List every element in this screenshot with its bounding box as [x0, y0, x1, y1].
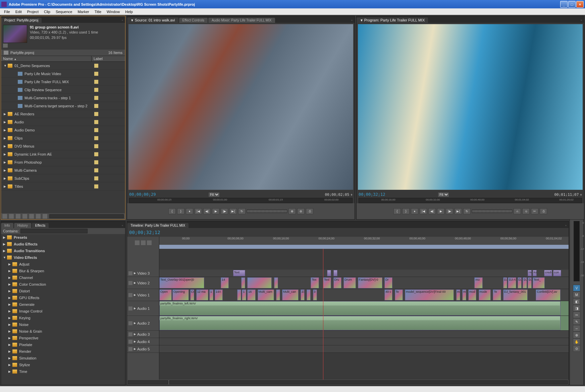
- effects-row[interactable]: ▶Pixelate: [1, 341, 125, 348]
- clip[interactable]: DJ: [523, 277, 527, 288]
- column-name[interactable]: Name ▲: [1, 56, 92, 61]
- step-fwd-button[interactable]: |▶: [221, 208, 228, 214]
- set-in-button[interactable]: {: [168, 208, 176, 214]
- source-zoom-select[interactable]: Fit: [208, 192, 220, 197]
- clip[interactable]: mo: [474, 277, 482, 288]
- clip[interactable]: Cr: [190, 289, 194, 300]
- effects-search-input[interactable]: [20, 229, 88, 233]
- clip[interactable]: mode: [479, 289, 491, 300]
- track[interactable]: [159, 338, 569, 345]
- tool-button[interactable]: ↔: [573, 325, 580, 332]
- tool-button[interactable]: ◧: [573, 298, 580, 305]
- clip[interactable]: partylife_finalmix_left.WAV: [159, 301, 561, 316]
- tool-button[interactable]: ⊕: [573, 332, 580, 338]
- goto-in-button[interactable]: |◀: [195, 208, 202, 214]
- track[interactable]: [159, 345, 569, 353]
- tool-button[interactable]: M: [573, 291, 580, 298]
- icon-view-icon[interactable]: [9, 214, 14, 219]
- tab-history[interactable]: History: [14, 223, 31, 228]
- project-row[interactable]: ▶Titles: [1, 182, 125, 190]
- automate-icon[interactable]: [16, 214, 20, 219]
- clip[interactable]: model_sequence[DV]Final-00: [405, 289, 454, 300]
- project-row[interactable]: Party Life Trailer FULL MIX: [1, 78, 125, 86]
- set-out-button[interactable]: }: [177, 208, 184, 214]
- program-video-display[interactable]: [358, 24, 583, 190]
- menu-project[interactable]: Project: [24, 9, 41, 14]
- track-header[interactable]: ▶Video 3: [127, 270, 159, 277]
- effects-row[interactable]: ▶GPU Effects: [1, 294, 125, 301]
- menu-window[interactable]: Window: [104, 9, 122, 14]
- panel-menu-icon[interactable]: ◦: [349, 17, 355, 23]
- menu-sequence[interactable]: Sequence: [53, 9, 75, 14]
- clip[interactable]: Dr: [384, 277, 392, 288]
- timeline-timecode[interactable]: 00;00;32;12: [129, 230, 160, 235]
- program-time-ruler[interactable]: 00;00;16;0000;00;32;0000;00;48;0000;01;0…: [359, 198, 582, 203]
- play-button[interactable]: ▶: [212, 208, 219, 214]
- clip[interactable]: Texl: [323, 277, 331, 288]
- clip[interactable]: DJ: [518, 277, 522, 288]
- panel-menu-icon[interactable]: ◦: [563, 223, 569, 228]
- encore-icon[interactable]: [147, 240, 152, 245]
- effects-row[interactable]: ▶Noise: [1, 321, 125, 328]
- clip[interactable]: 1: [242, 289, 246, 300]
- clip[interactable]: mo: [462, 289, 466, 300]
- project-row[interactable]: ▶AE Renders: [1, 110, 125, 118]
- clip[interactable]: 12 ma: [196, 289, 209, 300]
- loop-button[interactable]: ↻: [238, 208, 246, 214]
- clip[interactable]: [333, 270, 337, 276]
- menu-file[interactable]: File: [1, 9, 13, 14]
- clip[interactable]: Open: [159, 289, 172, 300]
- project-row[interactable]: Clip Review Sequence: [1, 86, 125, 94]
- new-item-icon[interactable]: [36, 214, 41, 219]
- clip[interactable]: Ho: [528, 270, 532, 276]
- clip[interactable]: 1: [209, 289, 213, 300]
- play-thumb-icon[interactable]: [3, 44, 8, 48]
- effects-row[interactable]: ▶Image Control: [1, 308, 125, 315]
- track[interactable]: OpenOpeningCr12 ma114A116Multi_camMulti_…: [159, 289, 569, 301]
- clip[interactable]: [237, 289, 241, 300]
- track[interactable]: Text_Overlay-001[open]014TexTexlDruDrumF…: [159, 277, 569, 289]
- tool-button[interactable]: ✎: [573, 318, 580, 325]
- program-timecode[interactable]: 00;00;32;12: [359, 192, 385, 197]
- trim-button[interactable]: ✂: [531, 208, 538, 214]
- insert-button[interactable]: ⊕: [288, 208, 296, 214]
- source-video-display[interactable]: [128, 24, 353, 190]
- step-back-button[interactable]: ◀|: [428, 208, 436, 214]
- project-row[interactable]: ▶Clips: [1, 134, 125, 142]
- track[interactable]: TextHoKecredicon: [159, 270, 569, 277]
- clip[interactable]: Multi_can: [282, 289, 299, 300]
- playhead[interactable]: [323, 249, 323, 380]
- clip[interactable]: 23: [301, 289, 305, 300]
- tool-button[interactable]: ◨: [573, 305, 580, 312]
- source-timecode[interactable]: 00;00;00;29: [129, 192, 156, 197]
- project-row[interactable]: ▶Dynamic Link From AE: [1, 150, 125, 158]
- horizontal-scrollbar[interactable]: [49, 214, 124, 218]
- clip[interactable]: 49 c: [384, 289, 392, 300]
- program-zoom-select[interactable]: Fit: [438, 192, 449, 197]
- clip[interactable]: Fantasy[DV]-0: [358, 277, 382, 288]
- goto-in-button[interactable]: |◀: [420, 208, 427, 214]
- clip[interactable]: Text_: [533, 277, 545, 288]
- clip[interactable]: 14: [221, 277, 229, 288]
- track[interactable]: partylife_finalmix_left.WAV: [159, 301, 569, 316]
- step-back-button[interactable]: ◀|: [203, 208, 211, 214]
- project-row[interactable]: Party Life Music Video: [1, 70, 125, 78]
- overwrite-button[interactable]: ⊖: [297, 208, 305, 214]
- clip[interactable]: DJ: [503, 277, 507, 288]
- maximize-button[interactable]: □: [568, 1, 576, 8]
- marker-button[interactable]: ♦: [186, 208, 193, 214]
- tab-audio-mixer[interactable]: Audio Mixer: Party Life Trailer FULL MIX: [208, 18, 275, 23]
- tab-program[interactable]: ▼ Program: Party Life Trailer FULL MIX: [357, 17, 428, 23]
- effects-row[interactable]: ▶Distort: [1, 288, 125, 294]
- play-button[interactable]: ▶: [437, 208, 444, 214]
- clip[interactable]: [247, 277, 272, 288]
- export-frame-button[interactable]: ⎙: [540, 208, 547, 214]
- panel-menu-icon[interactable]: ◦: [120, 223, 125, 228]
- effects-row[interactable]: ▶Audio Effects: [1, 241, 125, 247]
- tab-source[interactable]: ▼ Source: 01 intro walk.avi: [127, 17, 178, 23]
- loop-button[interactable]: ↻: [463, 208, 471, 214]
- clip[interactable]: credi: [544, 270, 552, 276]
- set-out-button[interactable]: }: [402, 208, 410, 214]
- clip[interactable]: Text: [233, 270, 246, 276]
- project-row[interactable]: Multi-Camera target sequence - step 2: [1, 102, 125, 110]
